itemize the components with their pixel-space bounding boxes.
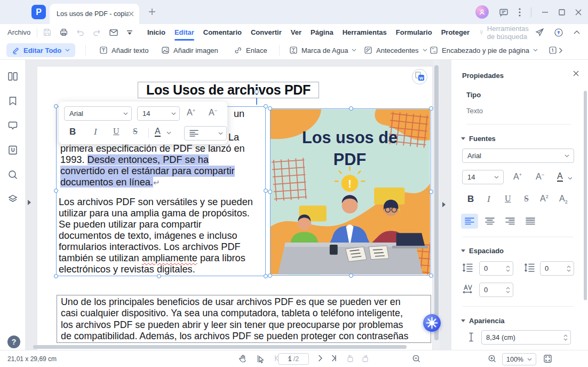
superscript-button[interactable]: A2 [540, 194, 549, 204]
spinner-arrows-icon[interactable] [563, 334, 568, 341]
italic-button[interactable]: I [94, 127, 97, 137]
panel-bold-button[interactable]: B [467, 194, 474, 205]
tab-close-icon[interactable] [129, 11, 134, 17]
customize-toolbar-icon[interactable] [126, 29, 133, 36]
alignment-select[interactable] [184, 126, 227, 140]
resize-handle[interactable] [429, 274, 433, 278]
attachments-panel-icon[interactable] [7, 144, 19, 156]
more-menu-icon[interactable] [519, 8, 521, 17]
vertical-scrollbar-thumb[interactable] [434, 65, 439, 340]
hand-tool-icon[interactable] [238, 354, 248, 364]
toolbar-overflow-icon[interactable] [559, 48, 563, 53]
add-image-button[interactable]: Añadir imagen [161, 43, 218, 57]
undo-icon[interactable] [76, 28, 85, 37]
tab-proteger[interactable]: Proteger [441, 24, 470, 41]
comments-panel-icon[interactable] [7, 120, 19, 131]
resize-handle[interactable] [54, 274, 58, 278]
font-size-select[interactable]: 14 [137, 106, 180, 121]
tab-comentario[interactable]: Comentario [203, 24, 242, 41]
header-footer-button[interactable]: Encabezado y pie de página [430, 43, 538, 57]
align-justify-button[interactable] [522, 214, 539, 229]
right-panel-expand-arrow[interactable] [442, 202, 446, 207]
resize-handle[interactable] [157, 274, 161, 278]
spinner-arrows-icon[interactable] [506, 265, 510, 272]
last-page-icon[interactable] [330, 354, 338, 362]
fonts-section-header[interactable]: Fuentes [461, 135, 496, 143]
spinner-arrows-icon[interactable] [506, 286, 510, 294]
tab-herramientas[interactable]: Herramientas [343, 24, 387, 41]
resize-handle[interactable] [264, 274, 268, 278]
tab-convertir[interactable]: Convertir [251, 24, 282, 41]
close-panel-icon[interactable] [573, 71, 579, 76]
page-number-input[interactable]: 1 /2 [278, 353, 309, 365]
panel-decrease-font-icon[interactable]: A− [536, 172, 544, 182]
panel-increase-font-icon[interactable]: A+ [513, 172, 522, 182]
panel-font-size-select[interactable]: 14 [462, 170, 504, 184]
panel-underline-button[interactable]: U [505, 194, 511, 204]
menu-archivo[interactable]: Archivo [7, 28, 30, 36]
resize-handle[interactable] [54, 104, 58, 108]
title-text-block[interactable]: Los Usos de archivos PDF [138, 82, 319, 98]
panel-strikethrough-button[interactable]: S [524, 194, 529, 204]
character-spacing-spinner[interactable]: 0 [479, 283, 513, 297]
background-button[interactable]: Antecedentes [364, 43, 427, 57]
bookmarks-panel-icon[interactable] [7, 95, 19, 107]
resize-handle[interactable] [268, 274, 272, 278]
horizontal-scrollbar[interactable] [33, 345, 407, 349]
spinner-arrows-icon[interactable] [567, 265, 571, 272]
tab-inicio[interactable]: Inicio [147, 24, 165, 41]
feedback-icon[interactable] [499, 7, 508, 17]
align-right-button[interactable] [502, 214, 519, 229]
text-cursor-handle[interactable] [255, 90, 259, 94]
collapse-ribbon-icon[interactable] [573, 30, 581, 35]
resize-handle[interactable] [268, 190, 272, 194]
panel-scrollbar-thumb[interactable] [584, 91, 587, 300]
tab-ver[interactable]: Ver [291, 24, 301, 41]
cloud-upload-icon[interactable] [554, 28, 563, 37]
user-avatar[interactable] [475, 5, 489, 19]
paragraph-spacing-spinner[interactable]: 0 [540, 261, 574, 276]
rotate-left-icon[interactable] [346, 354, 355, 363]
share-icon[interactable] [535, 28, 544, 37]
edit-all-button[interactable]: Editar Todo [6, 43, 75, 57]
maximize-icon[interactable] [559, 9, 565, 15]
close-window-icon[interactable] [575, 9, 582, 15]
chevron-down-icon[interactable] [166, 131, 171, 135]
resize-handle[interactable] [349, 274, 353, 278]
layers-panel-icon[interactable] [7, 193, 19, 205]
decrease-font-icon[interactable]: A− [209, 108, 217, 118]
zoom-in-icon[interactable] [488, 354, 497, 363]
bold-button[interactable]: B [69, 127, 76, 137]
strikethrough-button[interactable]: S [133, 127, 138, 136]
convert-to-word-badge[interactable]: W [412, 69, 427, 84]
panel-font-color-button[interactable]: A [557, 171, 563, 182]
add-text-button[interactable]: Añadir texto [99, 43, 148, 57]
fit-page-icon[interactable] [543, 354, 552, 363]
resize-handle[interactable] [429, 106, 433, 111]
help-button[interactable]: ? [7, 335, 20, 348]
save-icon[interactable] [43, 28, 52, 37]
panel-font-family-select[interactable]: Arial [462, 149, 574, 163]
zoom-out-icon[interactable] [412, 354, 421, 363]
resize-handle[interactable] [264, 104, 268, 108]
search-tools[interactable]: Herramientas de búsqueda [479, 25, 535, 41]
increase-font-icon[interactable]: A+ [187, 108, 195, 118]
tab-formulario[interactable]: Formulario [396, 24, 432, 41]
chevron-down-icon[interactable] [568, 177, 573, 180]
appearance-section-header[interactable]: Apariencia [461, 317, 504, 325]
text-height-spinner[interactable]: 8,34 (cm) [481, 330, 571, 345]
resize-handle[interactable] [429, 190, 433, 194]
email-icon[interactable] [109, 28, 118, 37]
underline-button[interactable]: U [113, 127, 120, 136]
tab-editar[interactable]: Editar [174, 24, 194, 41]
bates-numbering-button[interactable] [549, 43, 557, 57]
line-spacing-spinner[interactable]: 0 [479, 261, 513, 276]
watermark-button[interactable]: Marca de Agua [289, 43, 356, 57]
spacing-section-header[interactable]: Espaciado [461, 247, 504, 255]
font-color-button[interactable]: A [155, 127, 161, 137]
new-tab-icon[interactable] [148, 8, 156, 15]
document-tab[interactable]: Los usos de PDF - copia.pdf [50, 4, 139, 24]
rotate-right-icon[interactable] [361, 354, 370, 363]
subscript-button[interactable]: A2 [559, 194, 568, 205]
print-icon[interactable] [59, 28, 68, 37]
